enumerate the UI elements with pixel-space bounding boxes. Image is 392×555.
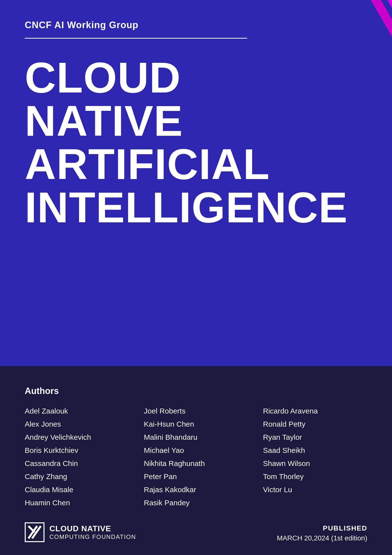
author-name: Boris Kurktchiev — [25, 445, 129, 455]
published-section: PUBLISHED MARCH 20,2024 (1st edition) — [277, 524, 367, 542]
author-name: Rasik Pandey — [144, 498, 248, 508]
author-column-1: Adel Zaalouk Alex Jones Andrey Velichkev… — [25, 406, 129, 508]
author-name: Ronald Petty — [263, 419, 367, 429]
authors-section: Authors Adel Zaalouk Alex Jones Andrey V… — [25, 386, 367, 508]
bottom-section: Authors Adel Zaalouk Alex Jones Andrey V… — [0, 366, 392, 555]
title-line2: NATIVE — [25, 97, 183, 145]
cncf-logo: CLOUD NATIVE COMPUTING FOUNDATION — [25, 522, 136, 542]
author-name: Ricardo Aravena — [263, 406, 367, 416]
cncf-logo-icon — [25, 522, 44, 542]
top-section: CNCF AI Working Group CLOUD NATIVE ARTIF… — [0, 0, 392, 366]
cncf-logo-text: CLOUD NATIVE COMPUTING FOUNDATION — [49, 524, 136, 540]
title-divider — [25, 38, 247, 39]
author-name: Victor Lu — [263, 485, 367, 494]
published-label: PUBLISHED — [277, 524, 367, 532]
author-name: Rajas Kakodkar — [144, 485, 248, 494]
title-line4: INTELLIGENCE — [25, 183, 348, 231]
author-column-3: Ricardo Aravena Ronald Petty Ryan Taylor… — [263, 406, 367, 508]
bottom-footer: CLOUD NATIVE COMPUTING FOUNDATION PUBLIS… — [25, 522, 367, 542]
author-name: Cassandra Chin — [25, 459, 129, 468]
author-name: Michael Yao — [144, 445, 248, 455]
author-name: Nikhita Raghunath — [144, 459, 248, 468]
cncf-name-line1: CLOUD NATIVE — [49, 524, 136, 533]
author-name: Huamin Chen — [25, 498, 129, 508]
author-name: Kai-Hsun Chen — [144, 419, 248, 429]
author-column-2: Joel Roberts Kai-Hsun Chen Malini Bhanda… — [144, 406, 248, 508]
authors-heading: Authors — [25, 386, 367, 396]
author-name: Saad Sheikh — [263, 445, 367, 455]
cncf-name-line2: COMPUTING FOUNDATION — [49, 533, 136, 541]
authors-grid: Adel Zaalouk Alex Jones Andrey Velichkev… — [25, 406, 367, 508]
author-name: Malini Bhandaru — [144, 432, 248, 442]
main-title: CLOUD NATIVE ARTIFICIAL INTELLIGENCE — [25, 56, 297, 229]
author-name: Adel Zaalouk — [25, 406, 129, 416]
page: CNCF AI Working Group CLOUD NATIVE ARTIF… — [0, 0, 392, 555]
published-date: MARCH 20,2024 (1st edition) — [277, 534, 367, 542]
author-name: Alex Jones — [25, 419, 129, 429]
svg-line-3 — [28, 526, 35, 532]
author-name: Ryan Taylor — [263, 432, 367, 442]
cncf-logo-svg — [27, 525, 42, 540]
title-line1: CLOUD — [25, 53, 181, 102]
author-name: Andrey Velichkevich — [25, 432, 129, 442]
author-name: Cathy Zhang — [25, 472, 129, 481]
author-name: Claudia Misale — [25, 485, 129, 494]
author-name: Joel Roberts — [144, 406, 248, 416]
working-group-label: CNCF AI Working Group — [25, 20, 367, 30]
author-name: Tom Thorley — [263, 472, 367, 481]
title-line3: ARTIFICIAL — [25, 140, 270, 188]
author-name: Shawn Wilson — [263, 459, 367, 468]
author-name: Peter Pan — [144, 472, 248, 481]
